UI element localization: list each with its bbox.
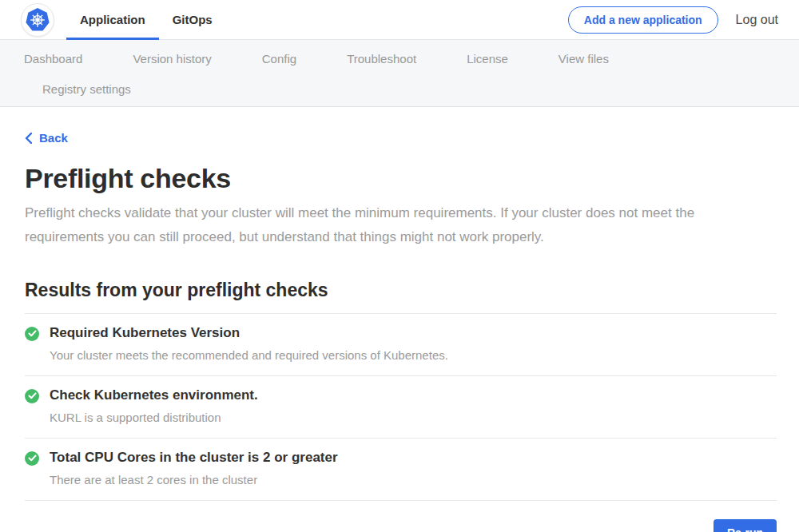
footer-actions: Re-run xyxy=(25,519,777,532)
subnav-item-license[interactable]: License xyxy=(467,52,508,66)
check-title: Required Kubernetes Version xyxy=(50,325,448,341)
subnav-item-registry-settings[interactable]: Registry settings xyxy=(42,82,131,96)
tab-gitops[interactable]: GitOps xyxy=(159,0,226,39)
results-heading: Results from your preflight checks xyxy=(25,280,777,301)
logout-link[interactable]: Log out xyxy=(736,13,778,27)
chevron-left-icon xyxy=(25,133,32,144)
check-content: Check Kubernetes environment. KURL is a … xyxy=(50,387,258,424)
primary-tabs: Application GitOps xyxy=(66,0,226,39)
check-pass-icon xyxy=(25,451,39,466)
subnav-item-dashboard[interactable]: Dashboard xyxy=(24,52,82,66)
topnav-right: Add a new application Log out xyxy=(568,0,778,39)
top-navbar: Application GitOps Add a new application… xyxy=(0,0,799,40)
kubernetes-helm-icon xyxy=(24,6,51,34)
subnav-row-1: Dashboard Version history Config Trouble… xyxy=(24,52,775,66)
preflight-page: Back Preflight checks Preflight checks v… xyxy=(0,107,799,532)
preflight-check-row: Check Kubernetes environment. KURL is a … xyxy=(25,375,777,438)
check-message: There are at least 2 cores in the cluste… xyxy=(50,473,338,486)
tab-application-label: Application xyxy=(80,13,145,26)
check-title: Check Kubernetes environment. xyxy=(50,387,258,403)
rerun-button[interactable]: Re-run xyxy=(714,519,777,532)
subnav-item-version-history[interactable]: Version history xyxy=(133,52,211,66)
check-pass-icon xyxy=(25,389,39,403)
back-label: Back xyxy=(39,131,68,145)
check-title: Total CPU Cores in the cluster is 2 or g… xyxy=(50,450,338,466)
page-title: Preflight checks xyxy=(25,163,777,194)
check-message: Your cluster meets the recommended and r… xyxy=(50,348,448,362)
subnav-item-troubleshoot[interactable]: Troubleshoot xyxy=(347,52,416,66)
check-message: KURL is a supported distribution xyxy=(50,411,258,424)
preflight-check-row: Required Kubernetes Version Your cluster… xyxy=(25,313,777,375)
kubernetes-logo[interactable] xyxy=(21,3,54,37)
page-description: Preflight checks validate that your clus… xyxy=(25,201,753,249)
preflight-results-list: Required Kubernetes Version Your cluster… xyxy=(25,313,777,501)
subnav-item-config[interactable]: Config xyxy=(262,52,296,66)
subnav-row-2: Registry settings xyxy=(24,82,775,96)
tab-application[interactable]: Application xyxy=(66,0,159,39)
app-subnav: Dashboard Version history Config Trouble… xyxy=(0,40,799,107)
preflight-check-row: Total CPU Cores in the cluster is 2 or g… xyxy=(25,438,777,501)
check-pass-icon xyxy=(25,327,39,341)
add-new-application-button[interactable]: Add a new application xyxy=(568,6,718,34)
check-content: Required Kubernetes Version Your cluster… xyxy=(50,325,448,362)
back-link[interactable]: Back xyxy=(25,131,68,145)
check-content: Total CPU Cores in the cluster is 2 or g… xyxy=(50,450,338,486)
tab-gitops-label: GitOps xyxy=(173,13,213,26)
subnav-item-view-files[interactable]: View files xyxy=(559,52,609,66)
